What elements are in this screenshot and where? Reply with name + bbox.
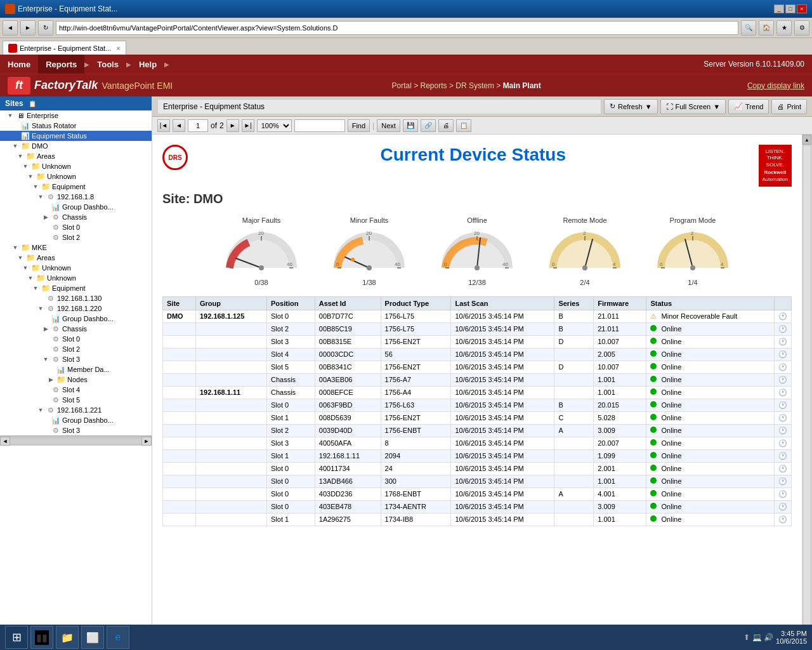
find-next-btn[interactable]: Next xyxy=(377,119,400,132)
tree-chassis2[interactable]: ▶ ⚙ Chassis xyxy=(0,324,152,334)
tree-status-rotator[interactable]: 📊 Status Rotator xyxy=(0,121,152,131)
taskbar-explorer[interactable]: 📁 xyxy=(56,626,79,649)
nodes-toggle[interactable]: ▶ xyxy=(46,376,56,383)
print-btn[interactable]: 🖨 Print xyxy=(771,99,807,114)
hscroll-track[interactable] xyxy=(10,439,141,444)
cell-history[interactable]: 🕐 xyxy=(775,513,792,526)
tree-ip-130[interactable]: ⚙ 192.168.1.130 xyxy=(0,293,152,303)
ip220-toggle[interactable]: ▼ xyxy=(36,305,46,312)
tab-close-icon[interactable]: × xyxy=(116,44,120,52)
dmo-toggle[interactable]: ▼ xyxy=(10,143,20,149)
mke-toggle[interactable]: ▼ xyxy=(10,244,20,251)
nav-reports[interactable]: Reports xyxy=(38,55,84,74)
tree-dmo-unknown2[interactable]: ▼ 📁 Unknown xyxy=(0,171,152,182)
ip221-toggle[interactable]: ▼ xyxy=(36,407,46,413)
nav-tools[interactable]: Tools xyxy=(89,55,126,74)
fullscreen-dropdown-icon[interactable]: ▼ xyxy=(713,103,720,110)
tree-slot5[interactable]: ⚙ Slot 5 xyxy=(0,395,152,405)
right-scrollbar[interactable]: ▲ ▼ xyxy=(802,135,812,640)
copy-display-link[interactable]: Copy display link xyxy=(747,81,812,90)
tree-ip-220[interactable]: ▼ ⚙ 192.168.1.220 xyxy=(0,303,152,314)
cell-history[interactable]: 🕐 xyxy=(775,373,792,386)
chassis2-toggle[interactable]: ▶ xyxy=(41,326,51,332)
fullscreen-btn[interactable]: ⛶ Full Screen ▼ xyxy=(660,99,726,114)
scroll-up-btn[interactable]: ▲ xyxy=(802,135,811,145)
cell-history[interactable]: 🕐 xyxy=(775,322,792,335)
tree-mke-unknown2[interactable]: ▼ 📁 Unknown xyxy=(0,273,152,283)
taskbar-blank1[interactable]: ⬜ xyxy=(81,626,104,649)
tree-equipment-status[interactable]: 📊 Equipment Status xyxy=(0,131,152,141)
mke-areas-toggle[interactable]: ▼ xyxy=(15,255,25,261)
restore-btn[interactable]: □ xyxy=(785,4,796,13)
tree-mke[interactable]: ▼ 📁 MKE xyxy=(0,242,152,253)
next-page-btn[interactable]: ► xyxy=(226,119,239,132)
equipment-toggle[interactable]: ▼ xyxy=(30,183,41,190)
nav-help[interactable]: Help xyxy=(131,55,164,74)
tree-dmo-unknown1[interactable]: ▼ 📁 Unknown xyxy=(0,161,152,171)
breadcrumb-portal[interactable]: Portal xyxy=(391,81,411,90)
find-btn[interactable]: Find xyxy=(348,119,370,132)
cell-history[interactable]: 🕐 xyxy=(775,310,792,322)
mke-unk2-toggle[interactable]: ▼ xyxy=(25,275,36,281)
nav-home[interactable]: Home xyxy=(0,55,38,74)
cell-history[interactable]: 🕐 xyxy=(775,386,792,399)
docmap-btn[interactable]: 📋 xyxy=(456,119,471,132)
areas-toggle[interactable]: ▼ xyxy=(15,153,25,159)
unknown1-toggle[interactable]: ▼ xyxy=(20,163,30,169)
taskbar-terminal[interactable]: ▮▮ xyxy=(30,626,53,649)
tree-grp-dash2[interactable]: 📊 Group Dashbo... xyxy=(0,314,152,324)
cell-history[interactable]: 🕐 xyxy=(775,411,792,424)
taskbar-ie[interactable]: e xyxy=(107,626,129,649)
trend-btn[interactable]: 📈 Trend xyxy=(728,99,769,114)
search-btn[interactable]: 🔍 xyxy=(741,20,756,36)
tree-member-da[interactable]: 📊 Member Da... xyxy=(0,364,152,375)
tree-enterprise[interactable]: ▼ 🖥 Enterprise xyxy=(0,110,152,121)
tree-grp-dash3[interactable]: 📊 Group Dashbo... xyxy=(0,415,152,425)
scroll-left-btn[interactable]: ◄ xyxy=(0,437,10,446)
cell-history[interactable]: 🕐 xyxy=(775,335,792,348)
cell-history[interactable]: 🕐 xyxy=(775,361,792,373)
tree-dmo[interactable]: ▼ 📁 DMO xyxy=(0,141,152,151)
tree-slot2-2[interactable]: ⚙ Slot 2 xyxy=(0,344,152,354)
last-page-btn[interactable]: ►| xyxy=(242,119,254,132)
breadcrumb-drsystem[interactable]: DR System xyxy=(455,81,494,90)
tree-chassis1[interactable]: ▶ ⚙ Chassis xyxy=(0,212,152,222)
cell-history[interactable]: 🕐 xyxy=(775,424,792,437)
expand-toggle[interactable]: ▼ xyxy=(5,112,15,119)
prev-page-btn[interactable]: ◄ xyxy=(173,119,185,132)
star-btn[interactable]: ★ xyxy=(776,20,792,36)
navigate-btn[interactable]: 🔗 xyxy=(421,119,436,132)
forward-btn[interactable]: ► xyxy=(20,20,36,36)
tree-slot0-2[interactable]: ⚙ Slot 0 xyxy=(0,334,152,344)
tree-group-dash1[interactable]: 📊 Group Dashbo... xyxy=(0,202,152,212)
cell-history[interactable]: 🕐 xyxy=(775,488,792,500)
address-bar[interactable] xyxy=(56,21,738,35)
cell-history[interactable]: 🕐 xyxy=(775,475,792,488)
print2-btn[interactable]: 🖨 xyxy=(438,119,454,132)
chassis1-toggle[interactable]: ▶ xyxy=(41,214,51,220)
tree-dmo-equipment[interactable]: ▼ 📁 Equipment xyxy=(0,182,152,192)
refresh-btn[interactable]: ↻ Refresh ▼ xyxy=(604,99,657,114)
tree-mke-unknown1[interactable]: ▼ 📁 Unknown xyxy=(0,263,152,273)
find-input[interactable] xyxy=(294,119,345,132)
tree-slot2-1[interactable]: ⚙ Slot 2 xyxy=(0,232,152,242)
settings-btn[interactable]: ⚙ xyxy=(794,20,809,36)
sidebar-hscroll[interactable]: ◄ ► xyxy=(0,435,152,446)
mke-unk1-toggle[interactable]: ▼ xyxy=(20,265,30,271)
close-btn[interactable]: × xyxy=(797,4,807,13)
ip8-toggle[interactable]: ▼ xyxy=(36,194,46,200)
tree-slot0-1[interactable]: ⚙ Slot 0 xyxy=(0,222,152,232)
refresh-browser-btn[interactable]: ↻ xyxy=(38,20,53,36)
cell-history[interactable]: 🕐 xyxy=(775,399,792,411)
cell-history[interactable]: 🕐 xyxy=(775,437,792,449)
slot3-toggle[interactable]: ▼ xyxy=(41,356,51,362)
cell-history[interactable]: 🕐 xyxy=(775,462,792,475)
tree-mke-areas[interactable]: ▼ 📁 Areas xyxy=(0,253,152,263)
tree-slot4[interactable]: ⚙ Slot 4 xyxy=(0,385,152,395)
refresh-dropdown-icon[interactable]: ▼ xyxy=(645,103,652,110)
tree-mke-equipment[interactable]: ▼ 📁 Equipment xyxy=(0,283,152,293)
minimize-btn[interactable]: _ xyxy=(774,4,784,13)
zoom-select[interactable]: 50% 75% 100% 125% 150% xyxy=(257,119,292,132)
tree-nodes[interactable]: ▶ 📁 Nodes xyxy=(0,375,152,385)
back-btn[interactable]: ◄ xyxy=(3,20,18,36)
